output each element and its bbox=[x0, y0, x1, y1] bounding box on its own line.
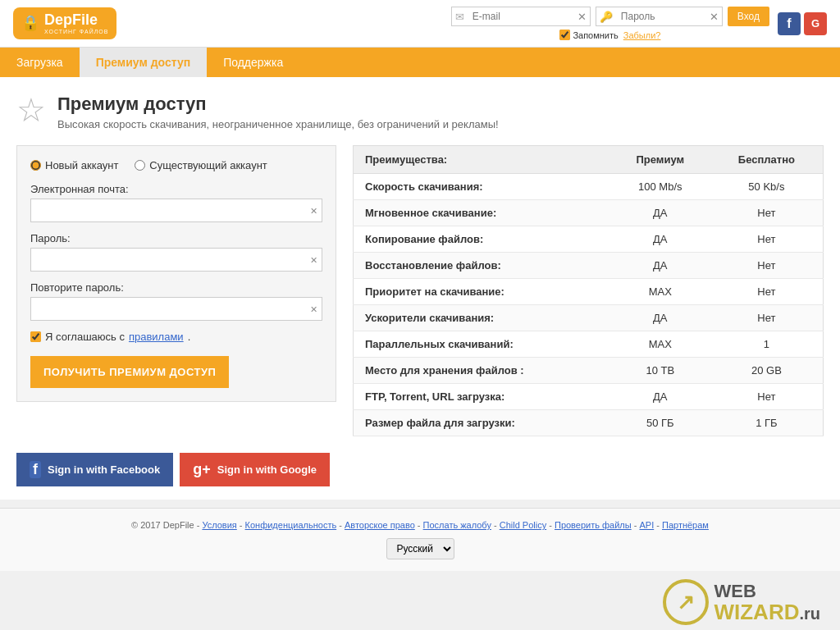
table-row: Мгновенное скачивание: ДА Нет bbox=[354, 200, 824, 226]
premium-cell: 10 ТВ bbox=[610, 358, 710, 384]
pricing-comparison: Преимущества: Премиум Бесплатно Скорость… bbox=[353, 145, 824, 436]
feature-cell: FTP, Torrent, URL загрузка: bbox=[354, 384, 610, 410]
free-cell: Нет bbox=[710, 279, 824, 305]
table-row: Ускорители скачивания: ДА Нет bbox=[354, 305, 824, 331]
footer-link-2[interactable]: Авторское право bbox=[345, 520, 415, 530]
feature-cell: Приоритет на скачивание: bbox=[354, 279, 610, 305]
premium-cell: ДА bbox=[610, 253, 710, 279]
table-row: FTP, Torrent, URL загрузка: ДА Нет bbox=[354, 384, 824, 410]
free-cell: Нет bbox=[710, 253, 824, 279]
footer-copyright: © 2017 DepFile bbox=[131, 520, 194, 530]
lock-icon: 🔒 bbox=[21, 14, 39, 32]
footer-link-1[interactable]: Конфиденциальность bbox=[245, 520, 337, 530]
navigation: Загрузка Премиум доступ Поддержка bbox=[0, 48, 840, 77]
footer-link-5[interactable]: Проверить файлы bbox=[555, 520, 632, 530]
remember-label: Запомнить bbox=[573, 30, 618, 40]
logo[interactable]: 🔒 DepFile ХОСТИНГ ФАЙЛОВ bbox=[13, 7, 116, 39]
page-title: Премиум доступ bbox=[57, 94, 499, 115]
footer-link-0[interactable]: Условия bbox=[202, 520, 236, 530]
repeat-password-label: Повторите пароль: bbox=[30, 281, 322, 294]
page-subtitle: Высокая скорость скачивания, неограничен… bbox=[57, 118, 499, 130]
header-form: ✉ ✕ 🔑 ✕ Вход Запомнить Забыли? bbox=[451, 7, 769, 40]
google-btn-label: Sign in with Google bbox=[217, 463, 317, 476]
password-field: Пароль: ✕ bbox=[30, 232, 322, 272]
rules-link[interactable]: правилами bbox=[129, 331, 184, 343]
nav-upload[interactable]: Загрузка bbox=[0, 48, 80, 77]
repeat-password-field-icon: ✕ bbox=[310, 304, 317, 314]
nav-premium[interactable]: Премиум доступ bbox=[80, 48, 208, 77]
table-row: Приоритет на скачивание: MAX Нет bbox=[354, 279, 824, 305]
repeat-password-input[interactable] bbox=[30, 297, 322, 321]
table-row: Место для хранения файлов : 10 ТВ 20 GB bbox=[354, 358, 824, 384]
remember-checkbox[interactable] bbox=[559, 30, 570, 40]
header-email-input[interactable] bbox=[468, 7, 574, 25]
repeat-password-field: Повторите пароль: ✕ bbox=[30, 281, 322, 321]
facebook-login-btn[interactable]: f Sign in with Facebook bbox=[16, 453, 173, 486]
table-row: Параллельных скачиваний: MAX 1 bbox=[354, 331, 824, 358]
google-header-icon[interactable]: G bbox=[804, 12, 827, 35]
star-icon: ☆ bbox=[16, 94, 46, 126]
agree-text: Я соглашаюсь с bbox=[45, 331, 125, 343]
nav-support[interactable]: Поддержка bbox=[207, 48, 299, 77]
col-premium-header: Премиум bbox=[610, 146, 710, 174]
wizard-logo: ↗ WEB WIZARD.ru bbox=[0, 571, 840, 630]
footer-link-7[interactable]: Партнёрам bbox=[662, 520, 709, 530]
get-premium-button[interactable]: ПОЛУЧИТЬ ПРЕМИУМ ДОСТУП bbox=[30, 356, 229, 388]
free-cell: 50 Kb/s bbox=[710, 174, 824, 200]
feature-cell: Восстановление файлов: bbox=[354, 253, 610, 279]
password-label: Пароль: bbox=[30, 232, 322, 244]
account-type-toggle: Новый аккаунт Существующий аккаунт bbox=[30, 159, 322, 171]
forgot-link[interactable]: Забыли? bbox=[623, 30, 661, 40]
password-input[interactable] bbox=[30, 248, 322, 272]
header-password-clear[interactable]: ✕ bbox=[706, 11, 722, 23]
existing-account-radio[interactable]: Существующий аккаунт bbox=[135, 159, 267, 171]
premium-cell: 50 ГБ bbox=[610, 410, 710, 436]
agree-row: Я соглашаюсь с правилами . bbox=[30, 331, 322, 343]
feature-cell: Копирование файлов: bbox=[354, 226, 610, 253]
premium-cell: ДА bbox=[610, 200, 710, 226]
table-row: Копирование файлов: ДА Нет bbox=[354, 226, 824, 253]
page-header: ☆ Премиум доступ Высокая скорость скачив… bbox=[16, 94, 824, 130]
agree-checkbox[interactable] bbox=[30, 331, 41, 342]
premium-cell: ДА bbox=[610, 305, 710, 331]
main-content: ☆ Премиум доступ Высокая скорость скачив… bbox=[0, 77, 840, 500]
wizard-arrow-icon: ↗ bbox=[677, 590, 695, 615]
content-row: Новый аккаунт Существующий аккаунт Элект… bbox=[16, 145, 824, 436]
header-login-area: ✉ ✕ 🔑 ✕ Вход Запомнить Забыли? bbox=[451, 7, 827, 40]
registration-form: Новый аккаунт Существующий аккаунт Элект… bbox=[16, 145, 336, 402]
feature-cell: Параллельных скачиваний: bbox=[354, 331, 610, 358]
header-email-clear[interactable]: ✕ bbox=[574, 11, 590, 23]
footer-link-4[interactable]: Child Policy bbox=[500, 520, 546, 530]
wizard-circle-icon: ↗ bbox=[663, 579, 709, 625]
facebook-btn-label: Sign in with Facebook bbox=[48, 463, 160, 476]
facebook-header-icon[interactable]: f bbox=[778, 12, 801, 35]
col-feature-header: Преимущества: bbox=[354, 146, 610, 174]
footer-link-6[interactable]: API bbox=[639, 520, 654, 530]
pricing-table: Преимущества: Премиум Бесплатно Скорость… bbox=[353, 145, 824, 436]
social-login-buttons: f Sign in with Facebook g+ Sign in with … bbox=[16, 453, 824, 486]
facebook-btn-icon: f bbox=[30, 461, 41, 478]
wizard-web-text: WEB bbox=[714, 582, 820, 601]
table-row: Скорость скачивания: 100 Mb/s 50 Kb/s bbox=[354, 174, 824, 200]
feature-cell: Размер файла для загрузки: bbox=[354, 410, 610, 436]
password-field-icon: ✕ bbox=[310, 254, 317, 265]
wizard-name-text: WIZARD.ru bbox=[714, 601, 820, 623]
header-password-input[interactable] bbox=[616, 7, 706, 25]
free-cell: 1 ГБ bbox=[710, 410, 824, 436]
table-row: Размер файла для загрузки: 50 ГБ 1 ГБ bbox=[354, 410, 824, 436]
footer-link-3[interactable]: Послать жалобу bbox=[423, 520, 491, 530]
email-field-icon: ✕ bbox=[310, 205, 317, 216]
feature-cell: Скорость скачивания: bbox=[354, 174, 610, 200]
premium-cell: MAX bbox=[610, 331, 710, 358]
feature-cell: Ускорители скачивания: bbox=[354, 305, 610, 331]
col-free-header: Бесплатно bbox=[710, 146, 824, 174]
email-input[interactable] bbox=[30, 199, 322, 222]
header: 🔒 DepFile ХОСТИНГ ФАЙЛОВ ✉ ✕ 🔑 ✕ Вход bbox=[0, 0, 840, 48]
header-login-btn[interactable]: Вход bbox=[728, 7, 769, 26]
new-account-radio[interactable]: Новый аккаунт bbox=[30, 159, 118, 171]
premium-cell: MAX bbox=[610, 279, 710, 305]
feature-cell: Место для хранения файлов : bbox=[354, 358, 610, 384]
free-cell: Нет bbox=[710, 226, 824, 253]
language-selector[interactable]: Русский English bbox=[386, 538, 454, 559]
google-login-btn[interactable]: g+ Sign in with Google bbox=[180, 453, 330, 486]
